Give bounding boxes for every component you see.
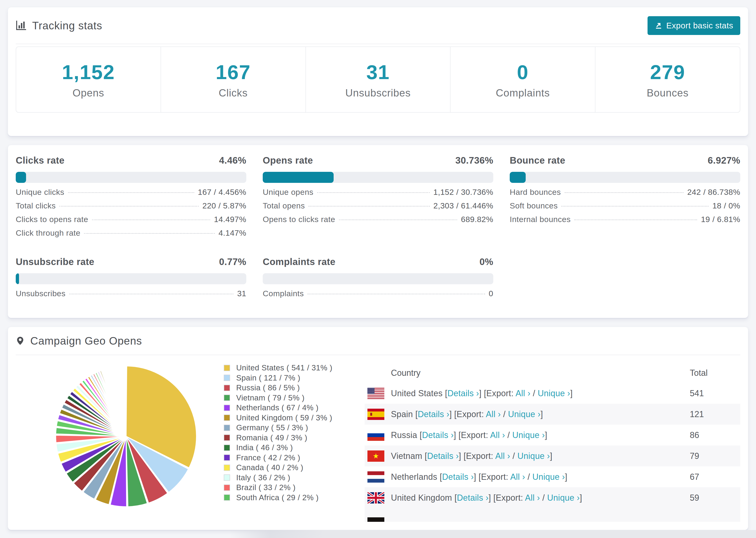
rate-detail-label: Unsubscribes bbox=[16, 289, 66, 298]
legend-label: Canada ( 40 / 2% ) bbox=[236, 463, 303, 472]
details-link[interactable]: Details › bbox=[427, 451, 459, 461]
stat-cell-unsubscribes: 31Unsubscribes bbox=[306, 47, 451, 112]
rate-detail-value: 2,303 / 61.446% bbox=[433, 201, 493, 210]
legend-item[interactable]: Spain ( 121 / 7% ) bbox=[224, 373, 365, 383]
dotted-leader bbox=[565, 192, 684, 193]
geo-content: United States ( 541 / 31% )Spain ( 121 /… bbox=[16, 355, 740, 522]
dotted-leader bbox=[339, 219, 458, 220]
legend-label: India ( 46 / 3% ) bbox=[236, 443, 293, 452]
legend-swatch bbox=[224, 445, 230, 451]
tracking-stats-title: Tracking stats bbox=[32, 19, 102, 32]
legend-item[interactable]: France ( 42 / 2% ) bbox=[224, 453, 365, 463]
bracket: ] bbox=[550, 451, 552, 461]
rate-block-2: Bounce rate6.927%Hard bounces242 / 86.73… bbox=[510, 155, 740, 242]
legend-item[interactable]: Netherlands ( 67 / 4% ) bbox=[224, 403, 365, 413]
legend-label: South Africa ( 29 / 2% ) bbox=[236, 493, 319, 502]
legend-item[interactable]: Vietnam ( 79 / 5% ) bbox=[224, 393, 365, 403]
legend-item[interactable]: India ( 46 / 3% ) bbox=[224, 443, 365, 453]
export-unique-link[interactable]: Unique › bbox=[547, 493, 579, 503]
stat-value: 0 bbox=[517, 61, 529, 84]
vn-flag-icon: ★ bbox=[367, 451, 384, 462]
rate-title: Bounce rate bbox=[510, 155, 566, 166]
rate-progress-fill bbox=[263, 172, 334, 183]
export-all-link[interactable]: All › bbox=[525, 493, 540, 503]
rate-detail-value: 18 / 0% bbox=[712, 201, 740, 210]
export-unique-link[interactable]: Unique › bbox=[512, 430, 545, 440]
rate-value: 4.46% bbox=[219, 155, 246, 166]
bracket: [ bbox=[443, 389, 448, 398]
dotted-leader bbox=[68, 192, 194, 193]
rates-grid: Clicks rate4.46%Unique clicks167 / 4.456… bbox=[16, 155, 740, 302]
rate-head: Unsubscribe rate0.77% bbox=[16, 256, 246, 267]
rate-title: Opens rate bbox=[263, 155, 313, 166]
rate-progress-fill bbox=[510, 172, 526, 183]
stat-cell-opens: 1,152Opens bbox=[16, 47, 161, 112]
bracket: ] [Export: bbox=[479, 389, 515, 398]
rate-detail-value: 1,152 / 30.736% bbox=[433, 188, 493, 197]
geo-table-body: United States [Details ›] [Export: All ›… bbox=[365, 383, 740, 508]
legend-item[interactable]: South Africa ( 29 / 2% ) bbox=[224, 493, 365, 503]
bracket: [ bbox=[417, 430, 422, 440]
pie-legend: United States ( 541 / 31% )Spain ( 121 /… bbox=[224, 363, 365, 503]
export-all-link[interactable]: All › bbox=[510, 472, 525, 482]
bracket: ] [Export: bbox=[474, 472, 510, 482]
legend-item[interactable]: United States ( 541 / 31% ) bbox=[224, 363, 365, 373]
export-basic-stats-button[interactable]: Export basic stats bbox=[648, 16, 740, 35]
rate-detail-rows: Complaints0 bbox=[263, 289, 493, 302]
details-link[interactable]: Details › bbox=[442, 472, 474, 482]
stat-label: Opens bbox=[73, 87, 104, 99]
legend-item[interactable]: Brazil ( 33 / 2% ) bbox=[224, 483, 365, 493]
tracking-stats-header: Tracking stats Export basic stats bbox=[16, 7, 740, 44]
legend-item[interactable]: Russia ( 86 / 5% ) bbox=[224, 383, 365, 393]
details-link[interactable]: Details › bbox=[448, 389, 479, 398]
export-all-link[interactable]: All › bbox=[515, 389, 531, 398]
bracket: [ bbox=[413, 409, 418, 419]
legend-swatch bbox=[224, 435, 230, 441]
country-cell: Netherlands [Details ›] [Export: All › /… bbox=[391, 472, 690, 482]
dotted-leader bbox=[561, 206, 709, 207]
rate-progress-fill bbox=[16, 172, 26, 183]
gb-flag-icon bbox=[367, 492, 384, 504]
stat-value: 31 bbox=[366, 61, 390, 84]
legend-item[interactable]: Canada ( 40 / 2% ) bbox=[224, 463, 365, 473]
country-name: United States bbox=[391, 389, 443, 398]
bar-chart-icon bbox=[16, 20, 27, 31]
export-all-link[interactable]: All › bbox=[486, 409, 501, 419]
table-row-nl: Netherlands [Details ›] [Export: All › /… bbox=[365, 466, 740, 487]
dotted-leader bbox=[574, 219, 697, 220]
legend-item[interactable]: Romania ( 49 / 3% ) bbox=[224, 433, 365, 443]
details-link[interactable]: Details › bbox=[418, 409, 449, 419]
tracking-stats-card: Tracking stats Export basic stats 1,152O… bbox=[8, 7, 748, 136]
details-link[interactable]: Details › bbox=[457, 493, 489, 503]
export-unique-link[interactable]: Unique › bbox=[532, 472, 565, 482]
rate-progress-track bbox=[16, 172, 246, 183]
country-name: Russia bbox=[391, 430, 417, 440]
rate-detail-label: Hard bounces bbox=[510, 188, 561, 197]
country-cell: United States [Details ›] [Export: All ›… bbox=[391, 389, 690, 398]
rate-detail-label: Total opens bbox=[263, 201, 305, 210]
export-unique-link[interactable]: Unique › bbox=[508, 409, 540, 419]
total-cell: 121 bbox=[690, 409, 740, 419]
rate-progress-track bbox=[263, 172, 493, 183]
export-all-link[interactable]: All › bbox=[490, 430, 505, 440]
rate-detail-value: 0 bbox=[489, 289, 493, 298]
legend-item[interactable]: Italy ( 36 / 2% ) bbox=[224, 473, 365, 483]
legend-swatch bbox=[224, 375, 230, 381]
bracket: [ bbox=[452, 493, 457, 503]
bracket: ] bbox=[580, 493, 582, 503]
rate-detail-row: Total clicks220 / 5.87% bbox=[16, 201, 246, 215]
table-row-us: United States [Details ›] [Export: All ›… bbox=[365, 383, 740, 404]
dotted-leader bbox=[308, 206, 429, 207]
slash: / bbox=[525, 472, 532, 482]
details-link[interactable]: Details › bbox=[422, 430, 454, 440]
export-all-link[interactable]: All › bbox=[495, 451, 510, 461]
rate-detail-value: 242 / 86.738% bbox=[687, 188, 740, 197]
rate-detail-row: Internal bounces19 / 6.81% bbox=[510, 215, 740, 228]
export-unique-link[interactable]: Unique › bbox=[538, 389, 570, 398]
legend-item[interactable]: Germany ( 55 / 3% ) bbox=[224, 423, 365, 433]
export-unique-link[interactable]: Unique › bbox=[517, 451, 550, 461]
slash: / bbox=[505, 430, 512, 440]
legend-item[interactable]: United Kingdom ( 59 / 3% ) bbox=[224, 413, 365, 423]
dotted-leader bbox=[92, 219, 210, 220]
legend-label: Germany ( 55 / 3% ) bbox=[236, 423, 308, 432]
